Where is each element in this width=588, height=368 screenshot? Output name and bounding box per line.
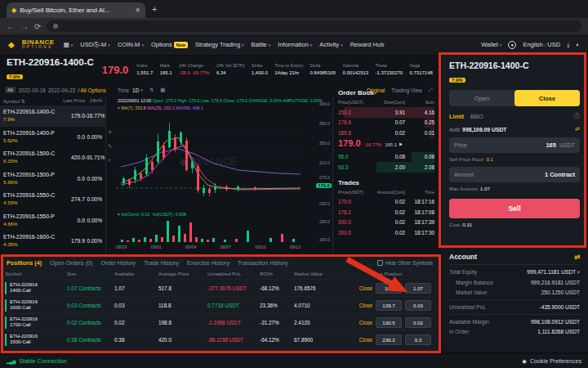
draw-tool-icon[interactable]: ✎ [108,143,112,150]
tab-open[interactable]: Open [449,90,514,106]
close-position-button[interactable]: Close [359,320,372,325]
close-qty-input[interactable]: 0.3 [405,334,431,345]
close-price-input[interactable]: 139.7 [376,300,402,311]
chevron-down-icon: ▾ [242,43,244,47]
price-chart[interactable]: 2022/09/01 12:00 Open: 179.0 High: 179.0… [106,96,312,257]
indicator-grid-icon[interactable]: ▦ [160,87,165,93]
tab-transaction-history[interactable]: Transaction History [238,259,288,267]
site-info-icon[interactable] [53,24,58,29]
theme-toggle-icon[interactable]: ◐ [576,41,580,48]
nav-item-coinm[interactable]: COIN-M▾ [118,41,144,48]
watchlist-row[interactable]: ETH-220916-1550-P4.66% 0.0 0.00% [0,210,105,231]
ask-row[interactable]: 165.80.020.01 [338,128,434,138]
nav-item-battle[interactable]: Battle▾ [252,41,271,48]
checkbox-icon[interactable] [377,260,383,266]
order-type-bbo[interactable]: BBO [470,113,483,120]
chevron-down-icon: ▾ [269,43,271,47]
cookie-preferences[interactable]: ◆ Cookie Preferences [522,357,581,365]
transfer-swap-icon[interactable]: ⇄ [510,126,580,132]
crosshair-tool-icon[interactable]: ✛ [108,129,112,136]
watchlist-row[interactable]: ETH-220916-1500-P5.65% 0.0 0.00% [0,168,105,190]
close-position-button[interactable]: Close [359,303,372,308]
apps-menu[interactable]: ▦▾ [64,41,74,48]
sell-button[interactable]: Sell [449,199,580,218]
language-currency[interactable]: English|USD [523,41,560,48]
col-last-price[interactable]: Last Price [56,98,85,104]
new-tab-button[interactable]: + [152,5,157,14]
close-price-input[interactable]: 130.5 [376,317,402,328]
close-qty-input[interactable]: 0.03 [405,300,431,311]
close-price-input[interactable]: 165 [376,283,402,294]
filter-date-from[interactable]: 2022-09-16 [19,88,46,93]
watchlist-row[interactable]: ETH-220916-1400-C7.9% 179.0 -16.77% [0,105,105,127]
contract-symbol: ETH-220916-1400-C [7,57,94,67]
chart-interval-select[interactable]: 1D [132,88,139,93]
ask-row[interactable]: 250.23.914.16 [338,107,434,118]
col-24h[interactable]: 24h% [85,98,102,104]
trade-row: 200.00.0218:17:39 [338,218,434,228]
brand-sub: OPTIONS [22,46,55,50]
account-value: -435.9000 USDT [540,304,580,310]
tab-trade-history[interactable]: Trade History [144,259,179,267]
row-last: 274.7 [56,196,85,202]
tab-exercise-history[interactable]: Exercise History [187,259,229,267]
measure-tool-icon[interactable]: ⌖ [108,157,112,164]
reload-icon[interactable]: ⟳ [34,22,41,31]
browser-tab[interactable]: ◆ Buy/Sell Bitcoin, Ether and Al... ✕ [7,2,145,18]
candlestick-canvas[interactable]: ◆ BINANCE [116,113,301,209]
row-last: 0.0 [56,176,85,182]
info-icon[interactable]: ⓘ [490,112,580,120]
close-qty-input[interactable]: 0.02 [405,317,431,328]
ask-row[interactable]: 176.60.070.25 [338,118,434,128]
compare-icon[interactable]: ⇅ [149,87,154,93]
forward-icon[interactable]: → [20,22,29,31]
account-panel: Account ⇄ Total Equity999,471.1181 USDT … [441,247,588,352]
cost: Cost: 0.31 [449,222,580,227]
watchlist-header: Symbol ⇅ Last Price 24h% [0,96,105,105]
filter-all-chip[interactable]: All [5,87,16,93]
download-icon[interactable]: ⤓ [567,41,569,49]
volume-legend: ▾ Vol(Cont): 0.02 Vol(USDT): 0.008 [118,212,186,217]
row-symbol: ETH-220916-1400-P [3,130,56,137]
transfer-swap-icon[interactable]: ⇄ [477,253,580,261]
watchlist-row[interactable]: ETH-220916-1400-P5.62% 0.0 0.00% [0,127,105,148]
watchlist-row[interactable]: ETH-220916-1550-C4.53% 274.7 0.00% [0,189,105,210]
nav-item-options[interactable]: OptionsNew [151,41,188,48]
tab-close[interactable]: Close [514,90,580,106]
user-icon[interactable]: ● [508,41,516,49]
nav-item-strategy-trading[interactable]: Strategy Trading▾ [195,41,244,48]
hide-other-symbols[interactable]: Hide Other Symbols [377,260,433,266]
nav-item-information[interactable]: Information▾ [278,41,312,48]
binance-logo[interactable]: BINANCE OPTIONS [22,39,55,50]
bid-row[interactable]: 95.00.080.08 [338,152,434,163]
nav-item-activity[interactable]: Activity▾ [319,41,342,48]
filter-all-options[interactable]: / All Options [78,88,106,93]
chart-ohlc-legend: 2022/09/01 12:00 Open: 179.0 High: 179.0… [118,98,323,103]
nav-item-usdm[interactable]: USDⓈ-M▾ [80,41,110,49]
row-change: 0.00% [85,238,102,244]
url-bar[interactable] [47,20,581,32]
stat-label: Gamma [342,62,368,69]
tab-order-history[interactable]: Order History [100,259,136,267]
amount-input[interactable]: Amount 1 Contract [449,167,580,182]
close-position-button[interactable]: Close [359,285,372,291]
tab-open-orders[interactable]: Open Orders (0) [50,259,92,267]
nav-item-reward-hub[interactable]: Reward Hub [350,41,385,48]
wallet-menu[interactable]: Wallet▾ [481,41,501,48]
watchlist-row[interactable]: ETH-220916-1500-C6.15% 420.0 -91.71% [0,147,105,168]
bid-row[interactable]: 93.32.002.08 [338,162,434,173]
col-symbol[interactable]: Symbol ⇅ [3,98,56,104]
stat-label: Vega [410,62,433,69]
close-position-button[interactable]: Close [359,337,372,343]
close-price-input[interactable]: 236.2 [376,334,402,345]
stat-value: 1,400.0 [252,70,268,77]
tab-close-icon[interactable]: ✕ [135,7,140,14]
chevron-down-icon: ▾ [341,43,343,47]
order-type-limit[interactable]: Limit [449,113,464,120]
watchlist-row[interactable]: ETH-220916-1600-C4.35% 179.9 0.00% [0,231,105,252]
filter-date-to[interactable]: 2022-09-23 [48,88,75,93]
price-input[interactable]: Price 165 USDT [449,137,580,153]
back-icon[interactable]: ← [7,22,15,31]
close-qty-input[interactable]: 1.07 [405,283,431,294]
tab-positions[interactable]: Positions (4) [7,259,42,267]
